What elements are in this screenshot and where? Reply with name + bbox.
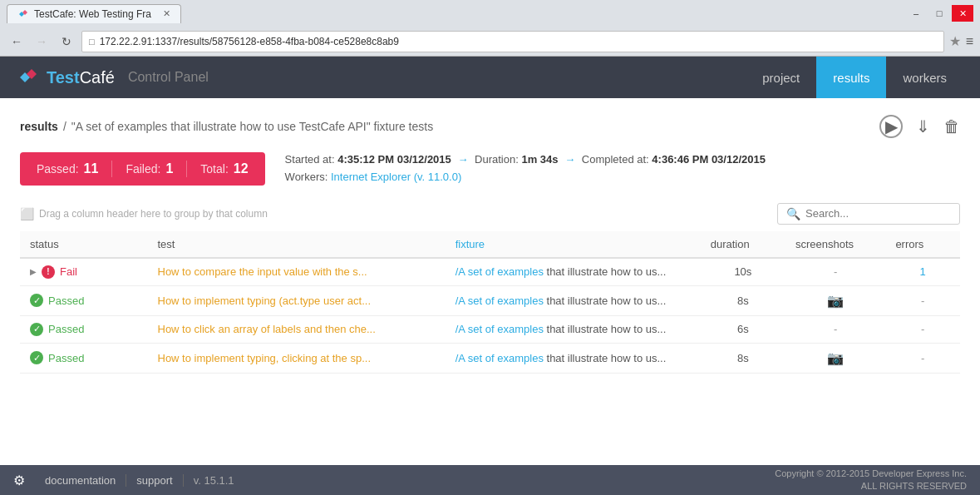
- fixture-text: that illustrate how to us...: [547, 265, 667, 278]
- close-button[interactable]: ✕: [952, 5, 973, 22]
- passed-value: 11: [84, 161, 99, 176]
- browser-tab[interactable]: TestCafe: Web Testing Fra ✕: [7, 4, 181, 23]
- fail-icon: !: [42, 265, 55, 279]
- arrow-1: →: [457, 153, 468, 166]
- col-header-screenshots: screenshots: [785, 231, 885, 258]
- row-1-fixture: /A set of examples that illustrate how t…: [446, 285, 701, 315]
- drag-hint-text: Drag a column header here to group by th…: [39, 208, 268, 220]
- workers-value: Internet Explorer (v. 11.0.0): [331, 171, 461, 183]
- row-1-errors: -: [885, 285, 960, 315]
- no-errors: -: [921, 352, 924, 364]
- menu-button[interactable]: ≡: [966, 34, 973, 49]
- col-header-errors: errors: [885, 231, 960, 258]
- pass-icon: ✓: [30, 294, 43, 307]
- row-3-status: ✓ Passed: [20, 343, 148, 373]
- lock-icon: □: [89, 37, 95, 47]
- logo-icon: [17, 66, 40, 89]
- row-2-fixture: /A set of examples that illustrate how t…: [446, 315, 701, 343]
- logo-cafe: Café: [80, 68, 115, 87]
- stat-divider-1: [111, 161, 112, 177]
- breadcrumb-separator: /: [63, 120, 66, 133]
- row-3-duration: 8s: [701, 343, 785, 373]
- arrow-2: →: [564, 153, 575, 166]
- expand-arrow[interactable]: ▶: [30, 267, 37, 276]
- duration-value: 1m 34s: [521, 153, 558, 166]
- total-stat: Total: 12: [200, 161, 248, 176]
- nav-project[interactable]: project: [746, 57, 816, 98]
- test-name: How to implement typing, clicking at the…: [158, 352, 372, 364]
- col-header-status: status: [20, 231, 148, 258]
- breadcrumb-link[interactable]: results: [20, 120, 58, 133]
- table-toolbar: ⬜ Drag a column header here to group by …: [20, 203, 960, 225]
- breadcrumb: results / "A set of examples that illust…: [20, 115, 960, 138]
- settings-icon[interactable]: ⚙: [13, 473, 25, 488]
- fixture-link[interactable]: /A set of examples: [456, 323, 547, 335]
- bookmark-button[interactable]: ★: [949, 33, 961, 49]
- logo: TestCafé Control Panel: [17, 66, 209, 89]
- no-errors: -: [921, 295, 924, 307]
- fixture-link[interactable]: /A set of examples: [456, 352, 547, 364]
- row-3-test: How to implement typing, clicking at the…: [148, 343, 446, 373]
- drag-hint: ⬜ Drag a column header here to group by …: [20, 207, 268, 220]
- failed-value: 1: [165, 161, 173, 176]
- forward-button[interactable]: →: [32, 32, 52, 52]
- error-count[interactable]: 1: [920, 265, 926, 278]
- pass-icon: ✓: [30, 323, 43, 336]
- download-button[interactable]: ⇓: [916, 116, 930, 136]
- status-text: Passed: [48, 352, 84, 364]
- row-3-errors: -: [885, 343, 960, 373]
- row-0-fixture: /A set of examples that illustrate how t…: [446, 258, 701, 286]
- refresh-button[interactable]: ↻: [57, 32, 76, 52]
- camera-icon[interactable]: 📷: [827, 351, 844, 365]
- copyright: Copyright © 2012-2015 Developer Express …: [775, 468, 967, 493]
- workers-label: Workers:: [285, 171, 328, 183]
- test-name: How to click an array of labels and then…: [158, 323, 376, 335]
- breadcrumb-actions: ▶ ⇓ 🗑: [879, 115, 960, 138]
- documentation-link[interactable]: documentation: [35, 474, 126, 487]
- row-0-errors: 1: [885, 258, 960, 286]
- tab-close-button[interactable]: ✕: [163, 8, 170, 19]
- header-row: status test fixture duration screenshots…: [20, 231, 960, 258]
- search-icon: 🔍: [786, 207, 800, 220]
- row-0-duration: 10s: [701, 258, 785, 286]
- duration-value: 8s: [737, 295, 749, 307]
- duration-value: 6s: [737, 323, 749, 335]
- logo-test: Test: [47, 68, 80, 87]
- minimize-button[interactable]: –: [905, 5, 927, 22]
- back-button[interactable]: ←: [7, 32, 27, 52]
- row-0-test: How to compare the input value with the …: [148, 258, 446, 286]
- fixture-text: that illustrate how to us...: [547, 323, 667, 335]
- run-button[interactable]: ▶: [879, 115, 903, 138]
- status-text: Passed: [48, 323, 84, 335]
- maximize-button[interactable]: □: [928, 5, 950, 22]
- total-value: 12: [234, 161, 249, 176]
- nav-workers[interactable]: workers: [886, 57, 963, 98]
- started-value: 4:35:12 PM 03/12/2015: [337, 153, 451, 166]
- search-box[interactable]: 🔍: [777, 203, 960, 225]
- nav-results[interactable]: results: [816, 57, 886, 98]
- fixture-text: that illustrate how to us...: [547, 352, 667, 364]
- row-2-errors: -: [885, 315, 960, 343]
- camera-icon[interactable]: 📷: [827, 294, 844, 308]
- browser-window: TestCafe: Web Testing Fra ✕ – □ ✕ ← → ↻ …: [0, 0, 980, 495]
- duration-value: 10s: [734, 265, 751, 278]
- total-label: Total:: [200, 162, 228, 176]
- drag-icon: ⬜: [20, 207, 34, 220]
- row-1-status: ✓ Passed: [20, 285, 148, 315]
- row-2-duration: 6s: [701, 315, 785, 343]
- row-2-screenshots: -: [785, 315, 885, 343]
- delete-button[interactable]: 🗑: [943, 117, 960, 136]
- row-2-test: How to click an array of labels and then…: [148, 315, 446, 343]
- col-header-duration: duration: [701, 231, 785, 258]
- passed-stat: Passed: 11: [37, 161, 98, 176]
- url-bar[interactable]: □ 172.22.2.91:1337/results/58756128-e858…: [81, 31, 944, 52]
- summary-details: Started at: 4:35:12 PM 03/12/2015 → Dura…: [285, 151, 766, 186]
- search-input[interactable]: [805, 207, 951, 220]
- completed-value: 4:36:46 PM 03/12/2015: [652, 153, 766, 166]
- table-header: status test fixture duration screenshots…: [20, 231, 960, 258]
- row-3-screenshots: 📷: [785, 343, 885, 373]
- support-link[interactable]: support: [126, 474, 183, 487]
- fixture-link[interactable]: /A set of examples: [456, 265, 547, 278]
- completed-label: Completed at:: [582, 153, 649, 166]
- fixture-link[interactable]: /A set of examples: [456, 295, 547, 307]
